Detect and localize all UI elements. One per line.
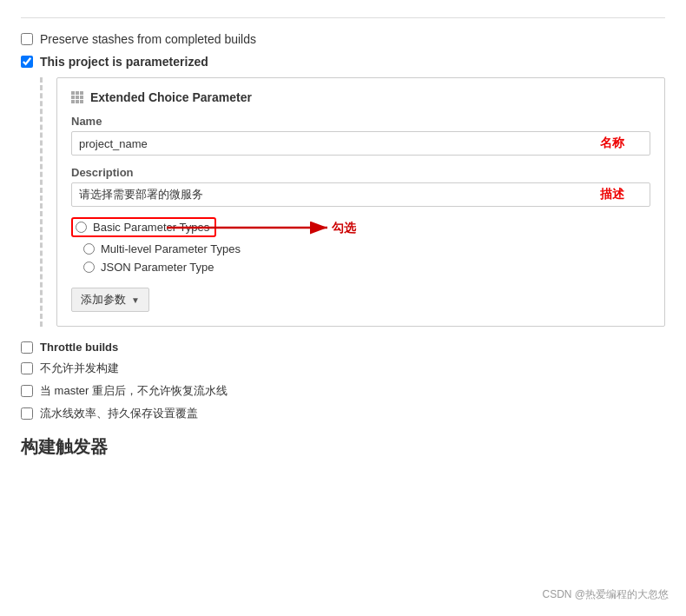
description-input[interactable] [71,182,650,207]
add-param-container: 添加参数 ▼ [71,284,650,312]
watermark: CSDN @热爱编程的大忽悠 [542,587,669,602]
preserve-stashes-label[interactable]: Preserve stashes from completed builds [40,32,256,46]
name-field-label: Name [71,115,650,128]
parameterized-label[interactable]: This project is parameterized [40,55,208,69]
name-annotation: 名称 [600,136,624,151]
radio-group: Basic Parameter Types Multi-level Parame… [71,217,650,274]
radio-row-basic: Basic Parameter Types [71,217,650,237]
preserve-stashes-checkbox[interactable] [21,33,33,45]
build-trigger-title: 构建触发器 [21,435,665,459]
extended-choice-block: Extended Choice Parameter Name 名称 Descri… [56,77,665,327]
parameterized-section: Extended Choice Parameter Name 名称 Descri… [40,77,665,327]
no-concurrent-checkbox[interactable] [21,362,33,374]
radio-basic[interactable] [76,222,87,233]
radio-row-json: JSON Parameter Type [83,261,650,274]
no-resume-label[interactable]: 当 master 重启后，不允许恢复流水线 [40,383,228,399]
grid-icon [71,91,83,103]
radio-json[interactable] [83,262,95,273]
description-input-container: 描述 [71,182,650,207]
radio-multi[interactable] [83,243,95,255]
throttle-checkbox[interactable] [21,341,33,354]
add-param-label: 添加参数 [81,292,126,308]
description-annotation: 描述 [600,187,624,202]
preserve-stashes-row: Preserve stashes from completed builds [21,32,665,46]
no-resume-row: 当 master 重启后，不允许恢复流水线 [21,383,665,399]
radio-annotation-container: Basic Parameter Types Multi-level Parame… [71,217,650,274]
no-concurrent-label[interactable]: 不允许并发构建 [40,361,119,376]
override-row: 流水线效率、持久保存设置覆盖 [21,406,665,421]
description-field-label: Description [71,166,650,179]
radio-basic-highlight: Basic Parameter Types [71,217,216,237]
name-input-container: 名称 [71,131,650,156]
no-resume-checkbox[interactable] [21,385,33,397]
no-concurrent-row: 不允许并发构建 [21,361,665,376]
name-input[interactable] [71,131,650,156]
throttle-row: Throttle builds [21,341,665,354]
radio-json-label[interactable]: JSON Parameter Type [101,261,214,274]
radio-multi-label[interactable]: Multi-level Parameter Types [101,242,241,255]
dropdown-arrow-icon: ▼ [131,295,140,305]
extended-choice-heading: Extended Choice Parameter [90,90,252,104]
add-param-button[interactable]: 添加参数 ▼ [71,288,149,312]
override-checkbox[interactable] [21,407,33,420]
radio-row-multi: Multi-level Parameter Types [83,242,650,255]
override-label[interactable]: 流水线效率、持久保存设置覆盖 [40,406,198,421]
top-divider [21,17,665,18]
main-page: Preserve stashes from completed builds T… [0,0,686,616]
radio-basic-label[interactable]: Basic Parameter Types [93,221,209,234]
extended-choice-title: Extended Choice Parameter [71,90,650,104]
throttle-label[interactable]: Throttle builds [40,341,118,354]
parameterized-row: This project is parameterized [21,55,665,69]
parameterized-checkbox[interactable] [21,56,33,68]
